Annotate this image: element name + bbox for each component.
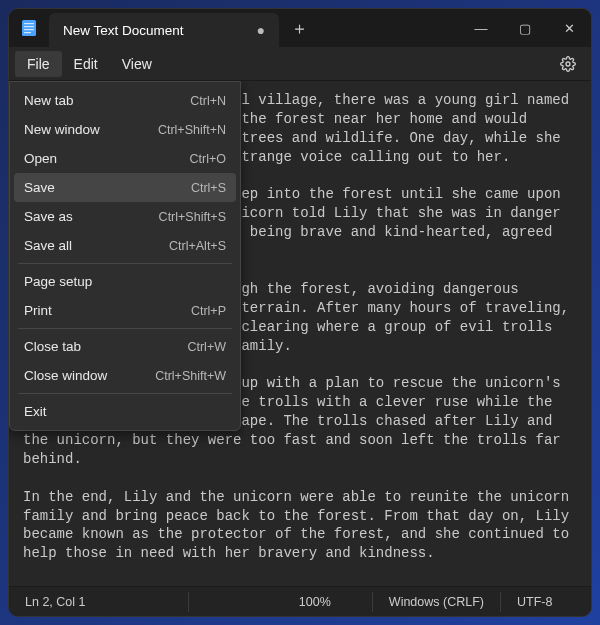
close-button[interactable]: ✕	[547, 9, 591, 47]
file-menu-item[interactable]: Close windowCtrl+Shift+W	[14, 361, 236, 390]
file-menu-item[interactable]: OpenCtrl+O	[14, 144, 236, 173]
menu-view[interactable]: View	[110, 51, 164, 77]
file-menu-item-shortcut: Ctrl+Alt+S	[169, 239, 226, 253]
file-menu-item[interactable]: Save asCtrl+Shift+S	[14, 202, 236, 231]
svg-rect-4	[24, 32, 31, 33]
status-encoding[interactable]: UTF-8	[501, 592, 591, 612]
file-menu-item-shortcut: Ctrl+Shift+N	[158, 123, 226, 137]
file-menu-item-shortcut: Ctrl+Shift+W	[155, 369, 226, 383]
app-window: New Text Document ● ＋ — ▢ ✕ File Edit Vi…	[8, 8, 592, 617]
file-menu-item[interactable]: New windowCtrl+Shift+N	[14, 115, 236, 144]
menu-edit[interactable]: Edit	[62, 51, 110, 77]
minimize-button[interactable]: —	[459, 9, 503, 47]
modified-dot-icon: ●	[257, 23, 265, 37]
gear-icon	[560, 56, 576, 72]
file-menu-item-label: Open	[24, 151, 190, 166]
file-menu-item-label: Save	[24, 180, 191, 195]
file-menu-item-label: Page setup	[24, 274, 226, 289]
content-area: Once upon a time in a small village, the…	[9, 81, 591, 586]
file-menu-item[interactable]: SaveCtrl+S	[14, 173, 236, 202]
file-menu-item[interactable]: Exit	[14, 397, 236, 426]
status-line-ending[interactable]: Windows (CRLF)	[373, 592, 501, 612]
svg-point-5	[566, 62, 570, 66]
notepad-icon	[9, 9, 49, 47]
file-menu-item-shortcut: Ctrl+O	[190, 152, 226, 166]
file-menu-item-label: New tab	[24, 93, 190, 108]
file-menu-item[interactable]: PrintCtrl+P	[14, 296, 236, 325]
file-menu-item-label: Close window	[24, 368, 155, 383]
settings-button[interactable]	[551, 56, 585, 72]
file-menu-item-label: Save as	[24, 209, 159, 224]
menu-bar: File Edit View	[9, 47, 591, 81]
status-position[interactable]: Ln 2, Col 1	[9, 592, 189, 612]
tab-title: New Text Document	[63, 23, 247, 38]
window-controls: — ▢ ✕	[459, 9, 591, 47]
file-menu-item-label: New window	[24, 122, 158, 137]
svg-rect-2	[24, 26, 34, 27]
status-bar: Ln 2, Col 1 100% Windows (CRLF) UTF-8	[9, 586, 591, 616]
file-menu-item[interactable]: Page setup	[14, 267, 236, 296]
svg-rect-0	[22, 20, 36, 36]
file-menu-item[interactable]: Save allCtrl+Alt+S	[14, 231, 236, 260]
svg-rect-1	[24, 23, 34, 24]
menu-separator	[18, 263, 232, 264]
document-tab[interactable]: New Text Document ●	[49, 13, 279, 47]
new-tab-button[interactable]: ＋	[279, 9, 319, 47]
file-menu-item-shortcut: Ctrl+P	[191, 304, 226, 318]
file-menu-item[interactable]: Close tabCtrl+W	[14, 332, 236, 361]
svg-rect-3	[24, 29, 34, 30]
file-menu-item-shortcut: Ctrl+Shift+S	[159, 210, 226, 224]
status-zoom[interactable]: 100%	[283, 592, 373, 612]
maximize-button[interactable]: ▢	[503, 9, 547, 47]
menu-separator	[18, 393, 232, 394]
file-menu-item[interactable]: New tabCtrl+N	[14, 86, 236, 115]
file-menu-item-label: Save all	[24, 238, 169, 253]
file-menu-popup: New tabCtrl+NNew windowCtrl+Shift+NOpenC…	[9, 81, 241, 431]
file-menu-item-shortcut: Ctrl+S	[191, 181, 226, 195]
file-menu-item-label: Print	[24, 303, 191, 318]
menu-separator	[18, 328, 232, 329]
title-bar: New Text Document ● ＋ — ▢ ✕	[9, 9, 591, 47]
file-menu-item-shortcut: Ctrl+W	[187, 340, 226, 354]
menu-file[interactable]: File	[15, 51, 62, 77]
file-menu-item-shortcut: Ctrl+N	[190, 94, 226, 108]
file-menu-item-label: Exit	[24, 404, 226, 419]
file-menu-item-label: Close tab	[24, 339, 187, 354]
